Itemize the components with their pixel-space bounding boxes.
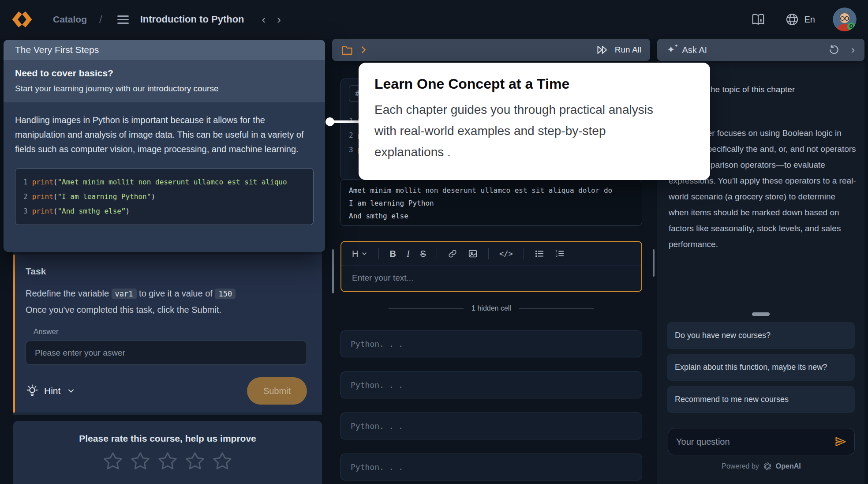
python-cell[interactable]: Python. . . (340, 330, 642, 357)
star-icon[interactable] (212, 451, 232, 471)
hint-button[interactable]: Hint (44, 386, 60, 396)
lesson-content: Handling images in Python is important b… (4, 102, 325, 252)
chevron-down-icon (361, 250, 368, 257)
introductory-course-link[interactable]: introductory course (147, 84, 219, 93)
task-text: to give it a value of (137, 289, 215, 298)
course-title: Introduction to Python (140, 14, 244, 25)
strikethrough-button[interactable]: S (420, 249, 426, 259)
svg-text:2: 2 (555, 254, 557, 258)
link-icon[interactable] (448, 249, 457, 259)
star-icon[interactable] (103, 451, 123, 471)
run-all-label: Run All (615, 45, 641, 55)
editor-text-area[interactable]: Enter your text... (341, 266, 641, 290)
output-line: And smthg else (349, 210, 634, 222)
task-title: Task (26, 266, 307, 277)
notebook-toolbar: Run All (332, 39, 650, 61)
suggestion-chip[interactable]: Recommend to me new courses (667, 386, 855, 413)
output-line: Amet minim mollit non deserunt ullamco e… (349, 184, 634, 197)
question-input-wrap (668, 428, 855, 455)
language-label[interactable]: En (804, 15, 815, 25)
editor-toolbar: H B I S </> (341, 242, 641, 266)
send-icon[interactable] (834, 435, 847, 448)
suggestion-chip[interactable]: Explain about this function, maybe its n… (667, 354, 855, 381)
python-cell[interactable]: Python. . . (340, 413, 642, 439)
variable-chip: var1 (112, 289, 137, 299)
ask-ai-header: ✦✦ Ask AI › (657, 39, 864, 61)
tour-header: The Very First Steps (4, 40, 325, 60)
next-chapter-button[interactable]: › (277, 14, 281, 25)
output-line: I am learning Python (349, 197, 634, 210)
chevron-right-icon[interactable] (359, 45, 368, 55)
rating-title: Please rate this course, help us improve (13, 433, 322, 444)
brand-logo-icon[interactable] (11, 10, 33, 29)
bold-button[interactable]: B (389, 249, 396, 259)
avatar[interactable] (833, 8, 857, 31)
ask-ai-title: Ask AI (682, 45, 707, 55)
hidden-cell-divider[interactable]: 1 hidden cell (340, 304, 642, 312)
italic-button[interactable]: I (407, 249, 410, 259)
folder-icon[interactable] (341, 44, 353, 56)
code-line: 3print("And smthg else”) (23, 204, 305, 218)
hidden-cell-label: 1 hidden cell (471, 304, 511, 312)
submit-button[interactable]: Submit (247, 377, 307, 405)
code-line: 2print("I am learning Python") (23, 189, 305, 204)
heading-button[interactable]: H (352, 249, 368, 259)
star-icon[interactable] (130, 451, 150, 471)
tooltip-title: Learn One Concept at a Time (374, 76, 694, 92)
lesson-paragraph: Handling images in Python is important b… (15, 113, 311, 157)
docs-book-icon[interactable] (751, 13, 766, 26)
tour-tooltip: Learn One Concept at a Time Each chapter… (359, 63, 710, 180)
chevron-down-icon[interactable] (67, 386, 75, 395)
python-cell[interactable]: Python. . . (340, 371, 642, 398)
sparkles-icon: ✦✦ (667, 45, 675, 55)
lightbulb-icon (26, 384, 39, 398)
breadcrumb-separator: / (99, 13, 102, 26)
value-chip: 150 (215, 289, 236, 299)
star-icon[interactable] (157, 451, 178, 471)
task-text: Redefine the variable (26, 289, 112, 298)
app-window: Catalog / Introduction to Python ‹ › En (0, 0, 868, 484)
globe-icon[interactable] (785, 12, 799, 26)
basics-text: Start your learning journey with our (15, 84, 147, 93)
suggestion-chip[interactable]: Do you have new courses? (667, 322, 855, 349)
tour-connector-line (330, 120, 360, 123)
refresh-icon[interactable] (828, 44, 840, 56)
top-bar: Catalog / Introduction to Python ‹ › En (0, 0, 868, 39)
collapse-panel-icon[interactable]: › (851, 45, 855, 55)
image-icon[interactable] (468, 249, 478, 259)
code-line: 1print("Amet minim mollit non deserunt u… (23, 175, 305, 189)
task-instruction: Redefine the variable var1 to give it a … (26, 285, 307, 318)
question-input[interactable] (675, 436, 834, 447)
bullet-list-icon[interactable] (535, 249, 544, 259)
powered-by-label: Powered by (722, 462, 759, 470)
lesson-scrollbar[interactable] (332, 249, 334, 293)
basics-title: Need to cover basics? (15, 68, 314, 79)
rating-card: Please rate this course, help us improve (13, 421, 322, 484)
task-section: Task Redefine the variable var1 to give … (13, 255, 322, 413)
star-icon[interactable] (185, 451, 205, 471)
svg-text:1: 1 (555, 249, 557, 253)
tooltip-body: Each chapter guides you through practica… (374, 99, 657, 163)
chapters-menu-icon[interactable] (117, 15, 129, 24)
ordered-list-icon[interactable]: 1 2 (555, 249, 565, 259)
lesson-code-block: 1print("Amet minim mollit non deserunt u… (15, 168, 314, 225)
breadcrumb-catalog[interactable]: Catalog (53, 14, 87, 25)
code-icon[interactable]: </> (499, 249, 513, 258)
run-all-button[interactable]: Run All (596, 44, 641, 56)
notebook-scrollbar[interactable] (653, 249, 655, 277)
task-text-line2: Once you've completed this task, click t… (26, 305, 221, 315)
python-cell[interactable]: Python. . . (340, 454, 642, 480)
run-all-icon (596, 44, 610, 56)
answer-input[interactable] (26, 341, 307, 365)
prev-chapter-button[interactable]: ‹ (262, 14, 266, 25)
openai-logo (763, 461, 772, 471)
rich-text-editor: H B I S </> (340, 241, 642, 292)
drag-handle[interactable] (752, 312, 770, 316)
tour-popover: The Very First Steps Need to cover basic… (4, 40, 325, 252)
powered-by: Powered by OpenAI (668, 461, 855, 471)
openai-name: OpenAI (776, 462, 801, 470)
cell-output: Amet minim mollit non deserunt ullamco e… (340, 179, 642, 226)
basics-callout: Need to cover basics? Start your learnin… (4, 60, 325, 102)
star-rating (13, 451, 322, 471)
answer-label: Answer (34, 327, 307, 336)
